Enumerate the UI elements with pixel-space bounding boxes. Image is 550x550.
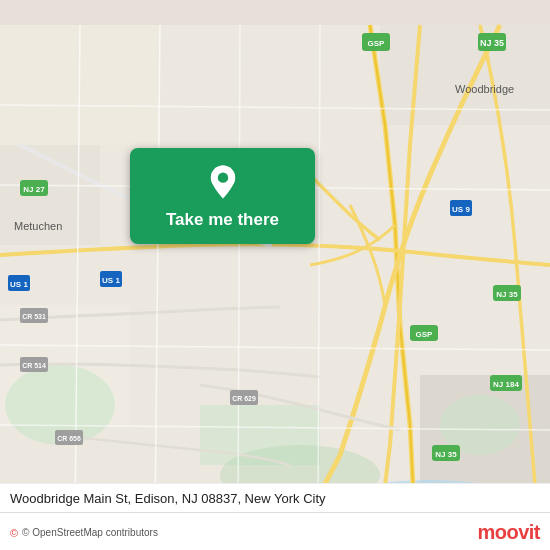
bottom-bar: © © OpenStreetMap contributors moovit [0,512,550,550]
location-pin-icon [203,162,243,202]
take-me-there-card[interactable]: Take me there [130,148,315,244]
moovit-logo: moovit [477,521,540,544]
svg-text:CR 531: CR 531 [22,313,46,320]
take-me-there-button-label: Take me there [166,210,279,230]
svg-text:CR 514: CR 514 [22,362,46,369]
bottom-bar-left: © © OpenStreetMap contributors [10,527,158,539]
svg-text:US 9: US 9 [452,205,470,214]
svg-text:NJ 27: NJ 27 [23,185,45,194]
svg-text:Woodbridge: Woodbridge [455,83,514,95]
osm-copyright-text: © OpenStreetMap contributors [22,527,158,538]
svg-text:NJ 35: NJ 35 [480,38,504,48]
svg-text:NJ 35: NJ 35 [496,290,518,299]
svg-text:NJ 35: NJ 35 [435,450,457,459]
osm-copyright-icon: © [10,527,18,539]
svg-text:Metuchen: Metuchen [14,220,62,232]
svg-text:GSP: GSP [368,39,386,48]
svg-text:NJ 184: NJ 184 [493,380,519,389]
svg-text:GSP: GSP [416,330,434,339]
svg-text:CR 656: CR 656 [57,435,81,442]
svg-text:US 1: US 1 [102,276,120,285]
map-container: NJ 35 GSP US 1 US 1 US 9 NJ 27 GSP NJ 35… [0,0,550,550]
address-text: Woodbridge Main St, Edison, NJ 08837, Ne… [10,491,326,506]
svg-text:CR 629: CR 629 [232,395,256,402]
map-background: NJ 35 GSP US 1 US 1 US 9 NJ 27 GSP NJ 35… [0,0,550,550]
svg-point-43 [217,172,227,182]
address-bar: Woodbridge Main St, Edison, NJ 08837, Ne… [0,483,550,512]
moovit-brand-text: moovit [477,521,540,544]
svg-text:US 1: US 1 [10,280,28,289]
